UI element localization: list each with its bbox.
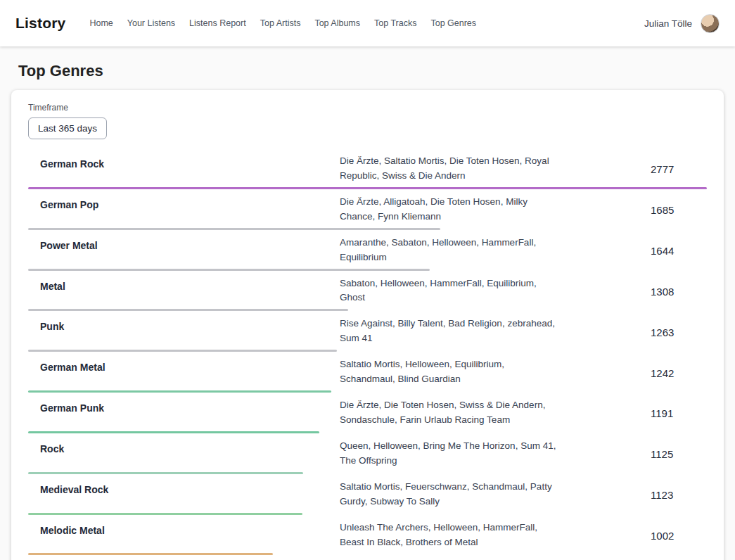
genre-count: 1123 [651, 489, 707, 501]
genre-list: German Rock Die Ärzte, Saltatio Mortis, … [28, 149, 707, 560]
genre-name: Melodic Metal [28, 516, 340, 536]
user-area: Julian Tölle [644, 14, 720, 33]
genre-artists: Amaranthe, Sabaton, Helloween, HammerFal… [340, 231, 558, 272]
genre-name: German Pop [28, 190, 340, 210]
genre-row[interactable]: German Punk Die Ärzte, Die Toten Hosen, … [28, 393, 707, 434]
genre-artists: Die Ärzte, Die Toten Hosen, Swiss & Die … [340, 393, 558, 434]
genre-artists: Die Ärzte, Alligatoah, Die Toten Hosen, … [340, 190, 558, 231]
genre-artists: Unleash The Archers, Helloween, HammerFa… [340, 516, 558, 556]
genre-name: Rock [28, 434, 340, 454]
genre-name: German Metal [28, 352, 340, 373]
user-name[interactable]: Julian Tölle [644, 18, 692, 29]
genre-artists: Rise Against, Billy Talent, Bad Religion… [340, 312, 558, 352]
genre-progress-bar [28, 472, 303, 474]
genre-count: 2777 [651, 163, 707, 175]
genre-count: 1125 [651, 448, 707, 460]
genre-name: Power Metal [28, 231, 340, 251]
genre-progress-bar [28, 350, 337, 352]
genre-progress-bar [28, 309, 348, 311]
nav-link[interactable]: Top Tracks [367, 13, 423, 34]
genre-count: 1308 [651, 286, 707, 298]
genre-row[interactable]: Power Metal Amaranthe, Sabaton, Hellowee… [28, 231, 707, 272]
genre-name: German Rock [28, 149, 340, 170]
nav-link[interactable]: Top Albums [307, 13, 367, 34]
genre-row[interactable]: Medieval Rock Saltatio Mortis, Feuerschw… [28, 475, 707, 516]
genre-row[interactable]: Melodic Metal Unleash The Archers, Hello… [28, 516, 707, 556]
nav-link[interactable]: Top Genres [423, 13, 483, 34]
nav-links: Home Your Listens Listens Report Top Art… [82, 13, 483, 34]
genre-progress-bar [28, 513, 302, 515]
genre-progress-bar [28, 553, 273, 555]
genre-row[interactable]: German Pop Die Ärzte, Alligatoah, Die To… [28, 190, 707, 231]
genre-row[interactable]: Punk Rise Against, Billy Talent, Bad Rel… [28, 312, 707, 352]
nav-link[interactable]: Home [82, 13, 120, 34]
genre-count: 1263 [651, 326, 707, 338]
genre-progress-bar [28, 269, 430, 271]
genre-name: Medieval Rock [28, 475, 340, 495]
genre-row[interactable]: German Indie Bukahara, Käptn Peng, KYTES… [28, 556, 707, 560]
top-navbar: Listory Home Your Listens Listens Report… [0, 0, 735, 46]
genre-name: Metal [28, 272, 340, 292]
genre-count: 1002 [651, 530, 707, 542]
top-genres-card: Timeframe Last 365 days German Rock Die … [11, 90, 724, 560]
brand-logo[interactable]: Listory [15, 15, 65, 32]
genre-row[interactable]: Metal Sabaton, Helloween, HammerFall, Eq… [28, 272, 707, 312]
genre-artists: Queen, Helloween, Bring Me The Horizon, … [340, 434, 558, 475]
genre-row[interactable]: Rock Queen, Helloween, Bring Me The Hori… [28, 434, 707, 475]
genre-artists: Bukahara, Käptn Peng, KYTES, Von Wegen L… [340, 556, 558, 560]
genre-name: Punk [28, 312, 340, 332]
genre-progress-bar [28, 390, 331, 393]
genre-artists: Saltatio Mortis, Feuerschwanz, Schandmau… [340, 475, 558, 516]
genre-name: German Indie [28, 556, 340, 560]
timeframe-label: Timeframe [28, 103, 707, 113]
nav-link[interactable]: Your Listens [120, 13, 182, 34]
genre-artists: Die Ärzte, Saltatio Mortis, Die Toten Ho… [340, 149, 558, 190]
genre-row[interactable]: German Rock Die Ärzte, Saltatio Mortis, … [28, 149, 707, 190]
nav-link[interactable]: Listens Report [182, 13, 253, 34]
genre-name: German Punk [28, 393, 340, 414]
genre-progress-bar [28, 228, 440, 230]
page-title: Top Genres [18, 62, 735, 80]
genre-progress-bar [28, 431, 319, 433]
genre-count: 1685 [651, 204, 707, 216]
genre-count: 1242 [651, 367, 707, 379]
genre-artists: Saltatio Mortis, Helloween, Equilibrium,… [340, 352, 558, 393]
genre-row[interactable]: German Metal Saltatio Mortis, Helloween,… [28, 352, 707, 393]
main-content: Top Genres Timeframe Last 365 days Germa… [0, 62, 735, 560]
user-avatar[interactable] [701, 14, 720, 33]
genre-count: 1191 [651, 407, 707, 419]
genre-count: 1644 [651, 245, 707, 257]
genre-artists: Sabaton, Helloween, HammerFall, Equilibr… [340, 272, 558, 312]
timeframe-select-button[interactable]: Last 365 days [28, 117, 107, 139]
nav-link[interactable]: Top Artists [253, 13, 308, 34]
genre-progress-bar [28, 187, 707, 189]
